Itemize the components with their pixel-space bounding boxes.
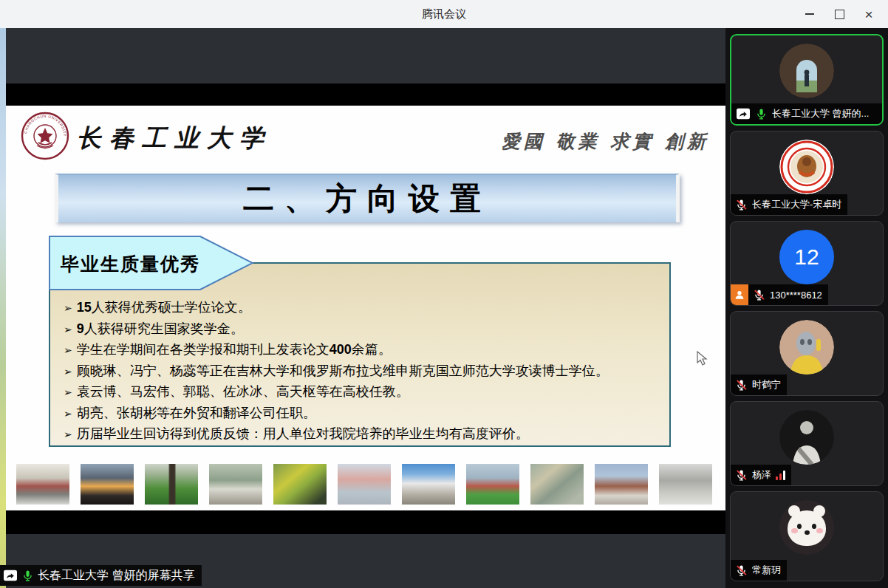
person-icon xyxy=(734,289,745,301)
participant-tile-zengyan[interactable]: 长春工业大学 曾妍的... xyxy=(730,34,884,126)
bullet-list: ➢15人获得优秀硕士学位论文。 ➢9人获得研究生国家奖学金。 ➢学生在学期间在各… xyxy=(64,298,665,445)
bullet-item: ➢9人获得研究生国家奖学金。 xyxy=(64,319,665,341)
campus-photo-autumn-foliage xyxy=(273,464,327,505)
presentation-slide: CHANGCHUN UNIVERSITY OF TECHNOLOGY 长春工业大… xyxy=(6,106,725,510)
campus-photo-white-building-flags xyxy=(402,464,455,505)
avatar-jilin-university-seal xyxy=(779,140,834,194)
participant-label: 常新玥 xyxy=(731,560,787,581)
participant-name: 长春工业大学 曾妍的... xyxy=(772,107,869,120)
campus-photo-sports-field xyxy=(466,464,519,505)
sharing-icon xyxy=(736,107,751,120)
avatar-masked-person-photo xyxy=(779,320,834,375)
bullet-arrow-icon: ➢ xyxy=(64,366,72,377)
bullet-item: ➢顾晓琳、冯宁、杨蕊等正在吉林大学和俄罗斯布拉戈维申斯克国立师范大学攻读博士学位… xyxy=(64,361,665,383)
window-title: 腾讯会议 xyxy=(0,0,888,28)
bullet-arrow-icon: ➢ xyxy=(64,408,72,420)
slide-title-banner: 二、方向设置 xyxy=(55,174,680,222)
mic-on-icon xyxy=(21,570,34,582)
screen-share-icon xyxy=(3,569,18,582)
avatar-bw-photo xyxy=(779,410,834,465)
mic-muted-icon xyxy=(753,289,765,301)
participant-tile-songzhuoshi[interactable]: 长春工业大学-宋卓时 xyxy=(730,131,884,216)
participant-label: 杨泽 xyxy=(731,465,791,485)
university-seal-logo: CHANGCHUN UNIVERSITY OF TECHNOLOGY xyxy=(21,112,69,160)
maximize-icon xyxy=(835,10,844,19)
participant-label: 时鹤宁 xyxy=(731,375,787,395)
callout-label: 毕业生质量优秀 xyxy=(61,252,200,276)
participant-label: 长春工业大学 曾妍的... xyxy=(731,103,882,124)
window-controls: × xyxy=(795,0,884,28)
university-name-calligraphy: 长春工业大学 xyxy=(77,122,272,155)
mic-muted-icon xyxy=(735,379,748,392)
university-motto-calligraphy: 愛國 敬業 求實 創新 xyxy=(502,129,709,154)
bullet-item: ➢历届毕业生回访得到优质反馈：用人单位对我院培养的毕业生均有高度评价。 xyxy=(64,424,665,445)
mic-muted-icon xyxy=(735,199,748,211)
desktop-wallpaper-edge xyxy=(0,28,6,588)
letterbox-bottom xyxy=(6,510,725,534)
mic-muted-icon xyxy=(735,564,748,577)
participant-name: 长春工业大学-宋卓时 xyxy=(752,198,841,211)
bullet-arrow-icon: ➢ xyxy=(64,303,72,314)
campus-photo-blossom-path xyxy=(209,464,262,505)
close-icon: × xyxy=(864,7,872,21)
bullet-item: ➢胡亮、张胡彬等在外贸和翻译公司任职。 xyxy=(64,403,665,425)
maximize-button[interactable] xyxy=(824,0,854,28)
slide-title: 二、方向设置 xyxy=(58,175,676,222)
mic-muted-icon xyxy=(735,469,748,482)
participant-name: 杨泽 xyxy=(752,468,771,482)
shared-screen-area: CHANGCHUN UNIVERSITY OF TECHNOLOGY 长春工业大… xyxy=(0,28,725,588)
bullet-item: ➢15人获得优秀硕士学位论文。 xyxy=(64,298,665,319)
screen-share-indicator: 长春工业大学 曾妍的屏幕共享 xyxy=(0,565,202,586)
avatar-archway-photo xyxy=(779,44,834,98)
participant-tile-phone-8612[interactable]: 12 130****8612 xyxy=(730,221,884,306)
participants-sidebar: 长春工业大学 曾妍的... 长春工业大学-宋卓时 xyxy=(725,28,888,588)
avatar-number-badge: 12 xyxy=(779,230,834,284)
bullet-arrow-icon: ➢ xyxy=(64,429,72,440)
campus-photo-lawn-tree xyxy=(145,464,198,505)
bullet-item: ➢袁云博、马宏伟、郭聪、佐冰冰、高天枢等在高校任教。 xyxy=(64,382,665,403)
close-button[interactable]: × xyxy=(854,0,884,28)
screen-share-label: 长春工业大学 曾妍的屏幕共享 xyxy=(38,568,194,584)
campus-photo-strip xyxy=(16,464,712,505)
minimize-button[interactable] xyxy=(795,0,824,28)
mouse-cursor xyxy=(697,351,708,367)
bullet-arrow-icon: ➢ xyxy=(64,345,72,356)
campus-photo-snow-bridge xyxy=(659,464,712,505)
participant-name: 时鹤宁 xyxy=(752,378,781,392)
participant-label: 长春工业大学-宋卓时 xyxy=(731,194,847,215)
poor-signal-icon xyxy=(776,471,785,480)
participant-tile-yangze[interactable]: 杨泽 xyxy=(730,401,884,486)
bullet-arrow-icon: ➢ xyxy=(64,324,72,335)
avatar-dog-photo xyxy=(779,500,834,555)
letterbox-top xyxy=(6,83,725,106)
bullet-item: ➢学生在学期间在各类学报和期刊上发表论文400余篇。 xyxy=(64,340,665,361)
campus-photo-sunset xyxy=(81,464,134,505)
window-titlebar: 腾讯会议 × xyxy=(0,0,888,29)
phone-user-badge xyxy=(731,284,748,305)
graduate-quality-callout: 毕业生质量优秀 xyxy=(49,236,254,290)
participant-tile-changxinyue[interactable]: 常新玥 xyxy=(730,491,884,581)
participant-tile-shihening[interactable]: 时鹤宁 xyxy=(730,311,884,396)
mic-on-icon xyxy=(755,108,768,120)
campus-photo-winter-building xyxy=(338,464,391,505)
campus-photo-brick-building xyxy=(595,464,648,505)
campus-photo-aerial-view xyxy=(530,464,584,505)
participant-label: 130****8612 xyxy=(731,284,828,305)
campus-photo-snow-red-building xyxy=(16,464,69,505)
bullet-arrow-icon: ➢ xyxy=(64,387,72,398)
participant-name: 常新玥 xyxy=(752,564,781,577)
participant-name: 130****8612 xyxy=(770,290,822,301)
tencent-meeting-window: 腾讯会议 × CHANGCHUN UNIVERSITY OF TECHNOLOG… xyxy=(0,0,888,588)
minimize-icon xyxy=(805,13,814,15)
